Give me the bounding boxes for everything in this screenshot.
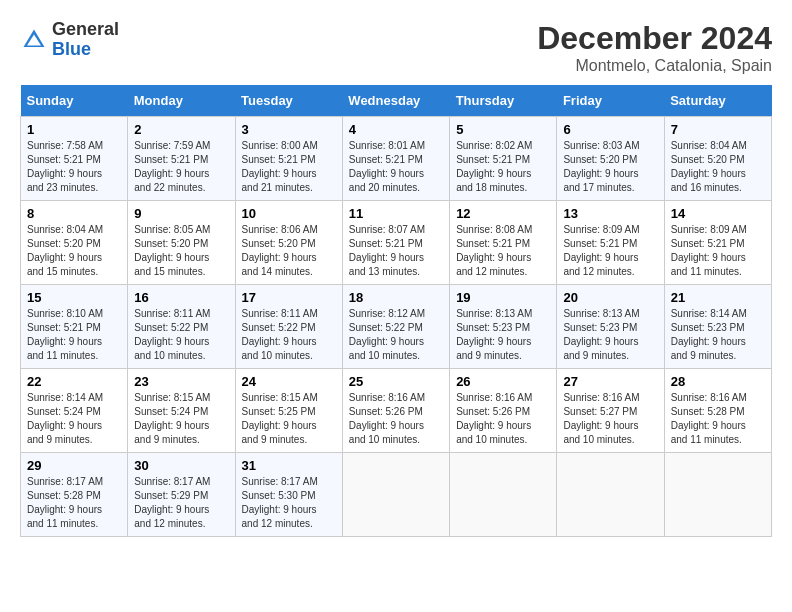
day-info: Sunrise: 7:58 AMSunset: 5:21 PMDaylight:…: [27, 140, 103, 193]
day-info: Sunrise: 8:13 AMSunset: 5:23 PMDaylight:…: [563, 308, 639, 361]
day-cell: 9 Sunrise: 8:05 AMSunset: 5:20 PMDayligh…: [128, 201, 235, 285]
day-number: 3: [242, 122, 336, 137]
day-info: Sunrise: 8:15 AMSunset: 5:24 PMDaylight:…: [134, 392, 210, 445]
weekday-header-friday: Friday: [557, 85, 664, 117]
day-cell: 11 Sunrise: 8:07 AMSunset: 5:21 PMDaylig…: [342, 201, 449, 285]
logo-text: General Blue: [52, 20, 119, 60]
logo-icon: [20, 26, 48, 54]
day-number: 13: [563, 206, 657, 221]
weekday-header-monday: Monday: [128, 85, 235, 117]
week-row-2: 8 Sunrise: 8:04 AMSunset: 5:20 PMDayligh…: [21, 201, 772, 285]
day-cell: 29 Sunrise: 8:17 AMSunset: 5:28 PMDaylig…: [21, 453, 128, 537]
day-cell: [450, 453, 557, 537]
day-info: Sunrise: 8:09 AMSunset: 5:21 PMDaylight:…: [563, 224, 639, 277]
day-info: Sunrise: 8:08 AMSunset: 5:21 PMDaylight:…: [456, 224, 532, 277]
day-cell: 27 Sunrise: 8:16 AMSunset: 5:27 PMDaylig…: [557, 369, 664, 453]
day-number: 28: [671, 374, 765, 389]
day-cell: 3 Sunrise: 8:00 AMSunset: 5:21 PMDayligh…: [235, 117, 342, 201]
day-info: Sunrise: 8:12 AMSunset: 5:22 PMDaylight:…: [349, 308, 425, 361]
day-cell: 4 Sunrise: 8:01 AMSunset: 5:21 PMDayligh…: [342, 117, 449, 201]
week-row-4: 22 Sunrise: 8:14 AMSunset: 5:24 PMDaylig…: [21, 369, 772, 453]
day-cell: 6 Sunrise: 8:03 AMSunset: 5:20 PMDayligh…: [557, 117, 664, 201]
logo: General Blue: [20, 20, 119, 60]
day-cell: [664, 453, 771, 537]
day-info: Sunrise: 8:02 AMSunset: 5:21 PMDaylight:…: [456, 140, 532, 193]
weekday-header-sunday: Sunday: [21, 85, 128, 117]
title-block: December 2024 Montmelo, Catalonia, Spain: [537, 20, 772, 75]
day-number: 12: [456, 206, 550, 221]
day-number: 17: [242, 290, 336, 305]
day-number: 29: [27, 458, 121, 473]
day-number: 26: [456, 374, 550, 389]
day-number: 31: [242, 458, 336, 473]
day-cell: 7 Sunrise: 8:04 AMSunset: 5:20 PMDayligh…: [664, 117, 771, 201]
day-number: 22: [27, 374, 121, 389]
day-info: Sunrise: 7:59 AMSunset: 5:21 PMDaylight:…: [134, 140, 210, 193]
day-number: 25: [349, 374, 443, 389]
day-cell: 23 Sunrise: 8:15 AMSunset: 5:24 PMDaylig…: [128, 369, 235, 453]
weekday-header-wednesday: Wednesday: [342, 85, 449, 117]
day-number: 20: [563, 290, 657, 305]
day-info: Sunrise: 8:14 AMSunset: 5:23 PMDaylight:…: [671, 308, 747, 361]
day-info: Sunrise: 8:01 AMSunset: 5:21 PMDaylight:…: [349, 140, 425, 193]
weekday-header-thursday: Thursday: [450, 85, 557, 117]
logo-general: General: [52, 19, 119, 39]
day-cell: 15 Sunrise: 8:10 AMSunset: 5:21 PMDaylig…: [21, 285, 128, 369]
day-info: Sunrise: 8:07 AMSunset: 5:21 PMDaylight:…: [349, 224, 425, 277]
day-number: 30: [134, 458, 228, 473]
day-cell: 10 Sunrise: 8:06 AMSunset: 5:20 PMDaylig…: [235, 201, 342, 285]
day-number: 7: [671, 122, 765, 137]
day-cell: 25 Sunrise: 8:16 AMSunset: 5:26 PMDaylig…: [342, 369, 449, 453]
day-info: Sunrise: 8:14 AMSunset: 5:24 PMDaylight:…: [27, 392, 103, 445]
day-number: 27: [563, 374, 657, 389]
day-info: Sunrise: 8:10 AMSunset: 5:21 PMDaylight:…: [27, 308, 103, 361]
day-cell: 20 Sunrise: 8:13 AMSunset: 5:23 PMDaylig…: [557, 285, 664, 369]
day-cell: 22 Sunrise: 8:14 AMSunset: 5:24 PMDaylig…: [21, 369, 128, 453]
day-cell: 1 Sunrise: 7:58 AMSunset: 5:21 PMDayligh…: [21, 117, 128, 201]
day-number: 24: [242, 374, 336, 389]
day-info: Sunrise: 8:04 AMSunset: 5:20 PMDaylight:…: [671, 140, 747, 193]
main-title: December 2024: [537, 20, 772, 57]
logo-blue: Blue: [52, 39, 91, 59]
day-cell: 8 Sunrise: 8:04 AMSunset: 5:20 PMDayligh…: [21, 201, 128, 285]
day-info: Sunrise: 8:17 AMSunset: 5:28 PMDaylight:…: [27, 476, 103, 529]
day-cell: 13 Sunrise: 8:09 AMSunset: 5:21 PMDaylig…: [557, 201, 664, 285]
day-cell: 5 Sunrise: 8:02 AMSunset: 5:21 PMDayligh…: [450, 117, 557, 201]
day-number: 19: [456, 290, 550, 305]
day-cell: 17 Sunrise: 8:11 AMSunset: 5:22 PMDaylig…: [235, 285, 342, 369]
day-cell: 16 Sunrise: 8:11 AMSunset: 5:22 PMDaylig…: [128, 285, 235, 369]
day-cell: 2 Sunrise: 7:59 AMSunset: 5:21 PMDayligh…: [128, 117, 235, 201]
day-number: 5: [456, 122, 550, 137]
day-cell: 21 Sunrise: 8:14 AMSunset: 5:23 PMDaylig…: [664, 285, 771, 369]
day-number: 21: [671, 290, 765, 305]
day-number: 10: [242, 206, 336, 221]
day-info: Sunrise: 8:11 AMSunset: 5:22 PMDaylight:…: [134, 308, 210, 361]
day-cell: 24 Sunrise: 8:15 AMSunset: 5:25 PMDaylig…: [235, 369, 342, 453]
day-number: 1: [27, 122, 121, 137]
day-info: Sunrise: 8:16 AMSunset: 5:28 PMDaylight:…: [671, 392, 747, 445]
day-number: 4: [349, 122, 443, 137]
day-number: 23: [134, 374, 228, 389]
day-cell: 12 Sunrise: 8:08 AMSunset: 5:21 PMDaylig…: [450, 201, 557, 285]
day-number: 9: [134, 206, 228, 221]
day-info: Sunrise: 8:03 AMSunset: 5:20 PMDaylight:…: [563, 140, 639, 193]
day-info: Sunrise: 8:17 AMSunset: 5:29 PMDaylight:…: [134, 476, 210, 529]
day-info: Sunrise: 8:16 AMSunset: 5:26 PMDaylight:…: [349, 392, 425, 445]
day-cell: [342, 453, 449, 537]
day-info: Sunrise: 8:16 AMSunset: 5:27 PMDaylight:…: [563, 392, 639, 445]
day-info: Sunrise: 8:15 AMSunset: 5:25 PMDaylight:…: [242, 392, 318, 445]
weekday-header-tuesday: Tuesday: [235, 85, 342, 117]
weekday-header-saturday: Saturday: [664, 85, 771, 117]
day-cell: 30 Sunrise: 8:17 AMSunset: 5:29 PMDaylig…: [128, 453, 235, 537]
day-cell: 19 Sunrise: 8:13 AMSunset: 5:23 PMDaylig…: [450, 285, 557, 369]
calendar-table: SundayMondayTuesdayWednesdayThursdayFrid…: [20, 85, 772, 537]
day-info: Sunrise: 8:06 AMSunset: 5:20 PMDaylight:…: [242, 224, 318, 277]
day-cell: [557, 453, 664, 537]
day-number: 18: [349, 290, 443, 305]
weekday-header-row: SundayMondayTuesdayWednesdayThursdayFrid…: [21, 85, 772, 117]
week-row-1: 1 Sunrise: 7:58 AMSunset: 5:21 PMDayligh…: [21, 117, 772, 201]
day-info: Sunrise: 8:16 AMSunset: 5:26 PMDaylight:…: [456, 392, 532, 445]
day-number: 16: [134, 290, 228, 305]
week-row-3: 15 Sunrise: 8:10 AMSunset: 5:21 PMDaylig…: [21, 285, 772, 369]
day-info: Sunrise: 8:11 AMSunset: 5:22 PMDaylight:…: [242, 308, 318, 361]
